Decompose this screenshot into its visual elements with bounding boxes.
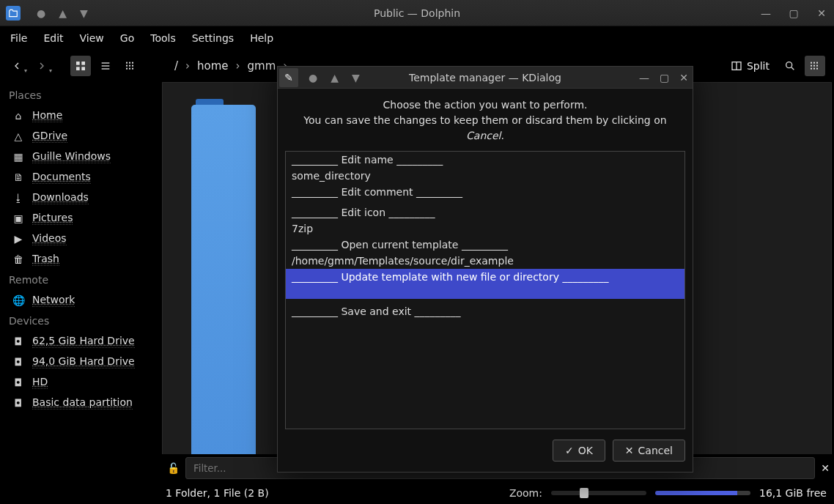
disk-usage-bar [655, 491, 750, 495]
sidebar-item-downloads[interactable]: ⭳Downloads [0, 188, 160, 208]
sidebar-header-remote: Remote [0, 270, 160, 290]
sidebar-item-label: 94,0 GiB Hard Drive [32, 355, 135, 368]
sidebar-item-home[interactable]: ⌂Home [0, 105, 160, 126]
folder-icon [191, 99, 256, 150]
template-manager-dialog: ✎ ● ▲ ▼ Template manager — KDialog — ▢ ✕… [277, 66, 693, 472]
dialog-minimize-button[interactable]: — [639, 72, 649, 84]
dialog-msg-cancel-em: Cancel [466, 130, 501, 141]
menu-edit[interactable]: Edit [43, 32, 63, 44]
svg-rect-24 [813, 65, 815, 67]
dialog-list-item[interactable]: some_directory [286, 168, 684, 184]
dialog-close-button[interactable]: ✕ [679, 72, 688, 84]
window-titlebar: ● ▲ ▼ Public — Dolphin — ▢ ✕ [0, 0, 834, 26]
svg-rect-26 [816, 62, 818, 64]
svg-rect-11 [129, 65, 130, 67]
window-minimize-button[interactable]: — [758, 7, 774, 19]
dialog-list[interactable]: _________ Edit name _________some_direct… [285, 151, 685, 429]
zoom-label: Zoom: [509, 487, 542, 499]
svg-rect-2 [76, 67, 80, 70]
sidebar-item-basic-data-partition[interactable]: ◘Basic data partition [0, 393, 160, 413]
dialog-list-item[interactable]: _________ Edit comment _________ [286, 184, 684, 200]
search-button[interactable] [780, 56, 800, 76]
sidebar-item-label: Downloads [32, 191, 89, 204]
svg-rect-22 [811, 68, 812, 70]
menu-file[interactable]: File [10, 32, 27, 44]
dialog-titlebar: ✎ ● ▲ ▼ Template manager — KDialog — ▢ ✕ [278, 67, 693, 89]
menu-tools[interactable]: Tools [150, 32, 176, 44]
sidebar-item-label: Basic data partition [32, 396, 133, 410]
dialog-list-item[interactable]: _________ Open current template ________… [286, 237, 684, 253]
status-text: 1 Folder, 1 File (2 B) [166, 487, 269, 499]
crumb-home[interactable]: home [197, 59, 229, 73]
sidebar-item-94-0-gib-hard-drive[interactable]: ◘94,0 GiB Hard Drive [0, 352, 160, 372]
sidebar-item-label: GDrive [32, 130, 67, 143]
place-icon: ▣ [12, 212, 25, 224]
menu-go[interactable]: Go [120, 32, 134, 44]
zoom-slider[interactable] [551, 491, 646, 495]
sidebar-item-hd[interactable]: ◘HD [0, 372, 160, 393]
sidebar-item-documents[interactable]: 🗎Documents [0, 167, 160, 188]
breadcrumb[interactable]: / › home › gmm › [174, 59, 287, 73]
sidebar-item-trash[interactable]: 🗑Trash [0, 249, 160, 270]
place-icon: ⭳ [12, 192, 25, 204]
chevron-right-icon: › [236, 59, 240, 73]
sidebar-item-62-5-gib-hard-drive[interactable]: ◘62,5 GiB Hard Drive [0, 331, 160, 352]
dialog-title: Template manager — KDialog [409, 72, 561, 84]
split-label: Split [747, 60, 770, 72]
sidebar-header-places: Places [0, 85, 160, 105]
svg-rect-10 [129, 62, 130, 64]
cancel-label: Cancel [638, 445, 673, 456]
filter-close-button[interactable]: ✕ [821, 462, 830, 474]
svg-rect-23 [813, 62, 815, 64]
window-close-button[interactable]: ✕ [813, 7, 830, 19]
icons-view-button[interactable] [70, 56, 91, 76]
control-menu-button[interactable] [805, 56, 825, 76]
sidebar-item-pictures[interactable]: ▣Pictures [0, 208, 160, 229]
menu-view[interactable]: View [80, 32, 104, 44]
up-icon: ▲ [59, 7, 67, 19]
dot-icon: ● [37, 7, 45, 19]
crumb-root[interactable]: / [174, 59, 178, 73]
dialog-list-item[interactable]: _________ Edit icon _________ [286, 204, 684, 220]
remote-icon: 🌐 [12, 294, 25, 306]
dialog-msg-line2-post: . [501, 130, 503, 141]
svg-rect-0 [76, 62, 80, 65]
crumb-user[interactable]: gmm [248, 59, 276, 73]
sidebar-item-label: Guille Windows [32, 150, 111, 163]
split-button[interactable]: Split [725, 60, 775, 72]
ok-label: OK [578, 445, 593, 456]
sidebar-item-label: Trash [32, 253, 59, 266]
sidebar-item-videos[interactable]: ▶Videos [0, 229, 160, 249]
sidebar-item-guille-windows[interactable]: ▦Guille Windows [0, 147, 160, 167]
dialog-list-item[interactable]: _________ Update template with new file … [286, 269, 684, 299]
dialog-list-item[interactable]: /home/gmm/Templates/source/dir_example [286, 253, 684, 269]
sidebar-item-label: Network [32, 294, 75, 307]
compact-view-button[interactable] [95, 56, 116, 76]
dialog-list-item[interactable]: _________ Edit name _________ [286, 152, 684, 168]
sidebar-item-gdrive[interactable]: △GDrive [0, 126, 160, 147]
menu-help[interactable]: Help [250, 32, 273, 44]
back-button[interactable] [9, 56, 29, 76]
dialog-list-item[interactable]: 7zip [286, 220, 684, 237]
pencil-icon: ✎ [279, 68, 298, 87]
svg-rect-15 [132, 68, 133, 70]
svg-rect-14 [132, 65, 133, 67]
down-icon: ▼ [352, 72, 360, 84]
dialog-msg-line2-pre: You can save the changes to keep them or… [303, 114, 666, 126]
menu-settings[interactable]: Settings [192, 32, 234, 44]
lock-icon[interactable]: 🔓 [167, 462, 180, 474]
app-icon [6, 6, 21, 21]
details-view-button[interactable] [120, 56, 141, 76]
place-icon: 🗎 [12, 171, 25, 183]
dialog-message: Choose the action you want to perform. Y… [285, 97, 685, 144]
place-icon: △ [12, 130, 25, 142]
forward-button[interactable] [34, 56, 54, 76]
window-maximize-button[interactable]: ▢ [786, 7, 802, 19]
ok-button[interactable]: ✓ OK [553, 440, 605, 462]
sidebar-item-network[interactable]: 🌐Network [0, 290, 160, 311]
folder-item[interactable]: dir_example [183, 99, 264, 168]
svg-rect-27 [816, 65, 818, 67]
dialog-list-item[interactable]: _________ Save and exit _________ [286, 303, 684, 319]
dialog-maximize-button[interactable]: ▢ [660, 72, 669, 84]
cancel-button[interactable]: ✕ Cancel [613, 440, 685, 462]
